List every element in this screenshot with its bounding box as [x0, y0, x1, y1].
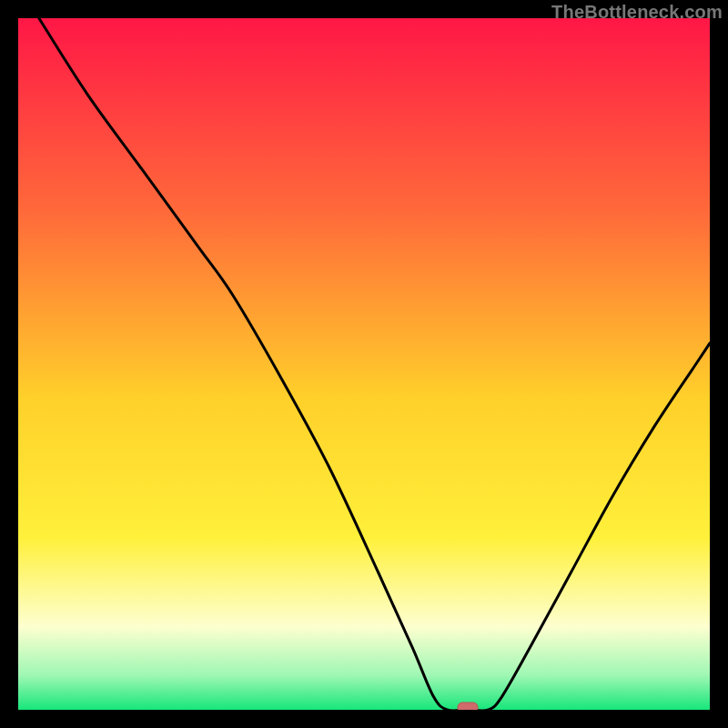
gradient-background: [18, 18, 710, 710]
chart-stage: TheBottleneck.com: [0, 0, 728, 728]
plot-area: [18, 18, 710, 710]
bottleneck-chart: [18, 18, 710, 710]
minimum-marker: [458, 703, 478, 710]
